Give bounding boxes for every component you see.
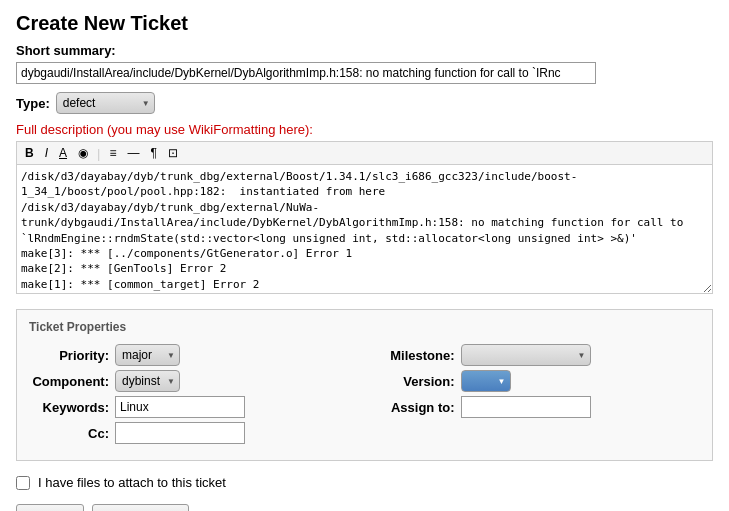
milestone-select[interactable] — [461, 344, 591, 366]
milestone-select-wrapper — [461, 344, 591, 366]
assign-to-input[interactable] — [461, 396, 591, 418]
component-label: Component: — [29, 374, 109, 389]
para-button[interactable]: ¶ — [146, 145, 160, 161]
cc-label: Cc: — [29, 426, 109, 441]
cc-input[interactable] — [115, 422, 245, 444]
version-label: Version: — [375, 374, 455, 389]
right-props: Milestone: Version: Assign to: — [375, 344, 701, 448]
underline-button[interactable]: A — [55, 145, 71, 161]
component-select-wrapper: dybinst other — [115, 370, 180, 392]
component-select[interactable]: dybinst other — [115, 370, 180, 392]
short-summary-section: Short summary: — [16, 43, 713, 84]
desc-wrapper — [16, 164, 713, 297]
wiki-formatting-link[interactable]: WikiFormatting — [189, 122, 276, 137]
ticket-properties-section: Ticket Properties Priority: major minor … — [16, 309, 713, 461]
preview-button[interactable]: Preview — [16, 504, 84, 511]
attach-row: I have files to attach to this ticket — [16, 475, 713, 490]
milestone-label: Milestone: — [375, 348, 455, 363]
attach-label: I have files to attach to this ticket — [38, 475, 226, 490]
circle-button[interactable]: ◉ — [74, 145, 92, 161]
db-button[interactable]: ⊡ — [164, 145, 182, 161]
full-desc-label-text: Full description (you may use — [16, 122, 189, 137]
props-grid: Priority: major minor critical blocker t… — [29, 344, 700, 448]
cc-row: Cc: — [29, 422, 355, 444]
ticket-props-title: Ticket Properties — [29, 320, 700, 334]
priority-select[interactable]: major minor critical blocker trivial — [115, 344, 180, 366]
assign-to-label: Assign to: — [375, 400, 455, 415]
keywords-row: Keywords: — [29, 396, 355, 418]
bold-button[interactable]: B — [21, 145, 38, 161]
full-desc-label-end: here): — [275, 122, 313, 137]
type-select[interactable]: defect enhancement task — [56, 92, 155, 114]
description-textarea[interactable] — [16, 164, 713, 294]
attach-checkbox[interactable] — [16, 476, 30, 490]
type-row: Type: defect enhancement task — [16, 92, 713, 114]
dash-button[interactable]: — — [123, 145, 143, 161]
type-select-wrapper: defect enhancement task — [56, 92, 155, 114]
actions-row: Preview Submit ticket — [16, 504, 713, 511]
italic-button[interactable]: I — [41, 145, 52, 161]
keywords-label: Keywords: — [29, 400, 109, 415]
toolbar-sep1: | — [97, 146, 100, 161]
left-props: Priority: major minor critical blocker t… — [29, 344, 355, 448]
priority-row: Priority: major minor critical blocker t… — [29, 344, 355, 366]
version-select-wrapper — [461, 370, 511, 392]
list-button[interactable]: ≡ — [105, 145, 120, 161]
version-row: Version: — [375, 370, 701, 392]
assign-to-row: Assign to: — [375, 396, 701, 418]
type-label: Type: — [16, 96, 50, 111]
version-select[interactable] — [461, 370, 511, 392]
priority-select-wrapper: major minor critical blocker trivial — [115, 344, 180, 366]
short-summary-input[interactable] — [16, 62, 596, 84]
component-row: Component: dybinst other — [29, 370, 355, 392]
formatting-toolbar: B I A ◉ | ≡ — ¶ ⊡ — [16, 141, 713, 164]
keywords-input[interactable] — [115, 396, 245, 418]
page-title: Create New Ticket — [16, 12, 713, 35]
milestone-row: Milestone: — [375, 344, 701, 366]
priority-label: Priority: — [29, 348, 109, 363]
short-summary-label: Short summary: — [16, 43, 713, 58]
full-desc-section: Full description (you may use WikiFormat… — [16, 122, 713, 297]
full-desc-label: Full description (you may use WikiFormat… — [16, 122, 713, 137]
submit-ticket-button[interactable]: Submit ticket — [92, 504, 188, 511]
